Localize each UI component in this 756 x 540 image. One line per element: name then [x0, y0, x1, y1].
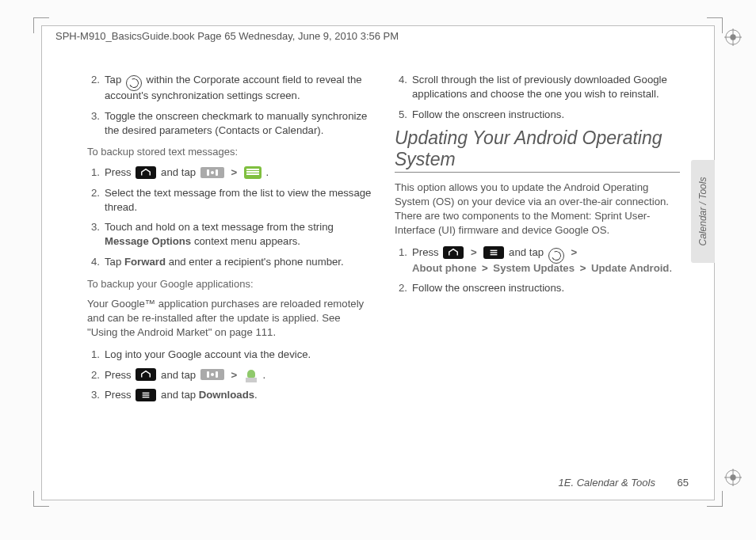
step-item: 3. Touch and hold on a text message from… [87, 220, 372, 249]
step-number: 2. [87, 186, 105, 215]
step-item: 3. Press and tap Downloads. [87, 388, 372, 402]
sync-icon [126, 75, 142, 91]
gt-separator: > [580, 262, 586, 274]
step-item: 5. Follow the onscreen instructions. [395, 108, 680, 122]
home-key-icon [136, 368, 156, 381]
subheading: To backup stored text messages: [87, 145, 372, 159]
step-text: Press > and tap > About phone > System U… [412, 245, 680, 276]
step-number: 2. [87, 73, 105, 103]
step-text: Toggle the onscreen checkmark to manuall… [105, 109, 372, 138]
home-key-icon [443, 246, 464, 259]
step-text: Press and tap > . [105, 165, 372, 180]
step-text: Tap Forward and enter a recipient's phon… [105, 255, 372, 269]
step-number: 1. [87, 165, 105, 180]
step-text: Touch and hold on a text message from th… [105, 220, 372, 249]
paragraph: This option allows you to update the And… [395, 181, 680, 237]
footer-section: 1E. Calendar & Tools [559, 477, 655, 489]
registration-mark-icon [724, 29, 742, 46]
page-content: 2. Tap within the Corporate account fiel… [87, 73, 682, 409]
settings-strip-icon [200, 167, 224, 178]
gt-separator: > [231, 166, 237, 178]
step-number: 5. [395, 108, 412, 122]
paragraph: Your Google™ application purchases are r… [87, 297, 372, 339]
step-text: Follow the onscreen instructions. [412, 281, 680, 295]
gt-separator: > [571, 246, 577, 258]
step-number: 3. [87, 220, 105, 249]
column-left: 2. Tap within the Corporate account fiel… [87, 73, 372, 409]
page-header: SPH-M910_BasicsGuide.book Page 65 Wednes… [55, 30, 399, 42]
step-item: 1. Log into your Google account via the … [87, 348, 372, 362]
step-number: 1. [395, 245, 412, 276]
step-item: 1. Press > and tap > About phone > Syste… [395, 245, 680, 276]
subheading: To backup your Google applications: [87, 277, 372, 291]
step-number: 2. [395, 281, 412, 295]
step-item: 1. Press and tap > . [87, 165, 372, 180]
step-number: 3. [87, 388, 105, 402]
step-number: 2. [87, 368, 105, 382]
step-text: Tap within the Corporate account field t… [105, 73, 372, 103]
step-list: 1. Press and tap > . 2. Select the text … [87, 165, 372, 269]
messaging-icon [244, 166, 262, 179]
settings-icon [548, 248, 564, 264]
step-text: Select the text message from the list to… [105, 186, 372, 215]
step-item: 2. Select the text message from the list… [87, 186, 372, 215]
step-item: 4. Tap Forward and enter a recipient's p… [87, 255, 372, 269]
step-text: Scroll through the list of previously do… [412, 73, 680, 101]
step-number: 4. [395, 73, 412, 101]
section-heading: Updating Your Android Operating System [395, 127, 680, 173]
gt-separator: > [231, 369, 237, 381]
page-footer: 1E. Calendar & Tools 65 [559, 477, 689, 489]
menu-key-icon [136, 389, 156, 401]
step-list: 2. Tap within the Corporate account fiel… [87, 73, 372, 137]
step-item: 2. Press and tap > . [87, 368, 372, 382]
settings-strip-icon [200, 369, 224, 380]
step-item: 4. Scroll through the list of previously… [395, 73, 680, 101]
gt-separator: > [482, 262, 488, 274]
side-tab: Calendar / Tools [691, 160, 715, 263]
step-item: 2. Tap within the Corporate account fiel… [87, 73, 372, 103]
column-right: 4. Scroll through the list of previously… [395, 73, 680, 409]
step-text: Press and tap Downloads. [105, 388, 372, 402]
step-item: 2. Follow the onscreen instructions. [395, 281, 680, 295]
market-icon [244, 370, 258, 382]
gt-separator: > [471, 246, 477, 258]
step-item: 3. Toggle the onscreen checkmark to manu… [87, 109, 372, 138]
step-number: 1. [87, 348, 105, 362]
step-number: 4. [87, 255, 105, 269]
step-text: Log into your Google account via the dev… [105, 348, 372, 362]
menu-key-icon [483, 246, 504, 259]
step-text: Press and tap > . [105, 368, 372, 382]
registration-mark-icon [724, 469, 742, 486]
step-list: 4. Scroll through the list of previously… [395, 73, 680, 121]
step-text: Follow the onscreen instructions. [412, 108, 680, 122]
step-list: 1. Log into your Google account via the … [87, 348, 372, 402]
step-list: 1. Press > and tap > About phone > Syste… [395, 245, 680, 296]
step-number: 3. [87, 109, 105, 138]
side-tab-label: Calendar / Tools [697, 177, 708, 246]
home-key-icon [136, 166, 156, 179]
page-number: 65 [678, 477, 689, 489]
